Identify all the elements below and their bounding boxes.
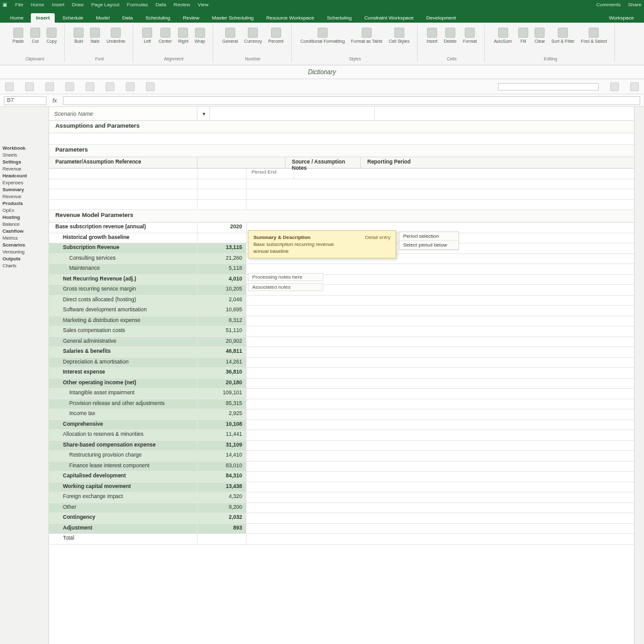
table-row[interactable]: Marketing & distribution expense8,312 [49, 316, 644, 327]
nav-item[interactable]: Hosting [0, 214, 48, 221]
table-row[interactable]: Software development amortisation10,695 [49, 306, 644, 316]
ribbon-tab[interactable]: Model [91, 13, 115, 23]
ribbon-button[interactable]: Left [141, 26, 153, 45]
table-row[interactable]: Contingency2,032 [49, 513, 644, 524]
nav-item[interactable]: Charts [0, 262, 48, 269]
worksheet[interactable]: Scenario Name ▾ Assumptions and Paramete… [49, 107, 644, 644]
nav-item[interactable]: Scenarios [0, 242, 48, 248]
ribbon-tab[interactable]: Scheduling [140, 13, 175, 23]
table-row[interactable]: Direct costs allocated (hosting)2,046 [49, 296, 644, 306]
table-row[interactable]: Other8,200 [49, 503, 644, 514]
ribbon-button[interactable]: Center [157, 26, 173, 45]
ribbon-button[interactable]: Cell Styles [387, 26, 411, 45]
title-right[interactable]: Comments [596, 2, 621, 8]
ribbon-tab[interactable]: Resource Workspace [261, 13, 319, 23]
table-row[interactable]: Share-based compensation expense31,109 [49, 441, 644, 452]
table-row[interactable]: Gross recurring service margin10,205 [49, 285, 644, 296]
table-row[interactable]: Income tax2,925 [49, 409, 644, 420]
ribbon-button[interactable]: Right [177, 26, 189, 45]
table-row[interactable]: Capitalised development84,310 [49, 472, 644, 482]
aux-cell[interactable]: Processing notes here [248, 273, 323, 281]
scenario-name-input[interactable]: Scenario Name [49, 107, 197, 120]
ribbon-button[interactable]: Cut [29, 26, 42, 45]
ribbon-tab[interactable]: Workspace [604, 13, 639, 23]
dropdown-icon[interactable]: ▾ [197, 107, 210, 120]
ribbon-tab[interactable]: Master Scheduling [207, 13, 258, 23]
nav-item[interactable]: Revenue [0, 165, 48, 172]
table-row[interactable]: Intangible asset impairment109,101 [49, 389, 644, 399]
ribbon-button[interactable]: Sort & Filter [550, 26, 576, 45]
toolbar-icon[interactable] [25, 82, 34, 91]
ribbon-button[interactable]: Format [462, 26, 478, 45]
nav-item[interactable]: Outputs [0, 255, 48, 262]
ribbon-button[interactable]: AutoSum [492, 26, 513, 45]
title-menu[interactable]: Review [174, 2, 190, 8]
search-input[interactable] [498, 83, 599, 91]
nav-item[interactable]: Metrics [0, 235, 48, 242]
table-row[interactable]: Provision release and other adjustments8… [49, 399, 644, 410]
ribbon-tab[interactable]: Review [178, 13, 204, 23]
nav-item[interactable]: Versioning [0, 248, 48, 255]
ribbon-button[interactable]: General [221, 26, 239, 45]
title-menu[interactable]: Draw [72, 2, 84, 8]
aux-cell[interactable]: Associated notes [248, 283, 323, 291]
ribbon-button[interactable]: Percent [267, 26, 285, 45]
title-menu[interactable]: Insert [52, 2, 64, 8]
nav-item[interactable]: Balance [0, 221, 48, 228]
nav-item[interactable]: Expenses [0, 179, 48, 186]
ribbon-button[interactable]: Fill [517, 26, 530, 45]
toolbar-icon[interactable] [65, 82, 74, 91]
toolbar-icon[interactable] [126, 82, 135, 91]
toolbar-icon[interactable] [106, 82, 114, 91]
table-row[interactable]: Comprehensive10,108 [49, 420, 644, 431]
fx-icon[interactable]: fx [50, 97, 59, 104]
nav-item[interactable]: Workbook [0, 145, 48, 152]
ribbon-button[interactable]: Wrap [194, 26, 207, 45]
table-row[interactable]: General administrative20,902 [49, 337, 644, 348]
nav-item[interactable]: Cashflow [0, 228, 48, 235]
table-row[interactable]: Foreign exchange impact4,320 [49, 492, 644, 503]
title-menu[interactable]: Home [31, 2, 44, 8]
table-row[interactable]: Salaries & benefits46,811 [49, 347, 644, 358]
nav-item[interactable]: Headcount [0, 172, 48, 179]
ribbon-tab[interactable]: Constraint Workspace [359, 13, 419, 23]
ribbon-tab[interactable]: Scheduling [322, 13, 357, 23]
toolbar-icon[interactable] [45, 82, 54, 91]
ribbon-button[interactable]: Insert [425, 26, 439, 45]
table-row[interactable]: Net Recurring Revenue (adj.)4,010 [49, 275, 644, 286]
ribbon-button[interactable]: Underline [105, 26, 126, 45]
ribbon-button[interactable]: Delete [443, 26, 458, 45]
title-right[interactable]: Share [628, 2, 641, 8]
formula-input[interactable] [63, 96, 640, 105]
ribbon-button[interactable]: Currency [243, 26, 263, 45]
ribbon-button[interactable]: Bold [72, 26, 85, 45]
title-menu[interactable]: Formulas [127, 2, 148, 8]
ribbon-tab[interactable]: Development [421, 13, 461, 23]
table-row[interactable]: Adjustment893 [49, 524, 644, 535]
nav-item[interactable]: Summary [0, 186, 48, 193]
toolbar-icon[interactable] [5, 82, 14, 91]
ribbon-button[interactable]: Format as Table [350, 26, 384, 45]
ribbon-tab-active[interactable]: Insert [31, 13, 55, 23]
ribbon-tab[interactable]: Home [5, 13, 28, 23]
title-menu[interactable]: File [15, 2, 23, 8]
table-row[interactable]: Finance lease interest component83,010 [49, 462, 644, 472]
table-row[interactable]: Depreciation & amortisation14,261 [49, 358, 644, 369]
nav-item[interactable]: Settings [0, 158, 48, 165]
vertical-scrollbar[interactable] [634, 107, 644, 644]
table-row[interactable]: Total [49, 534, 644, 545]
toolbar-icon[interactable] [86, 82, 94, 91]
ribbon-button[interactable]: Italic [89, 26, 101, 45]
ribbon-button[interactable]: Find & Select [580, 26, 609, 45]
ribbon-tab[interactable]: Schedule [57, 13, 88, 23]
nav-item[interactable]: OpEx [0, 207, 48, 214]
table-row[interactable]: Working capital movement13,438 [49, 482, 644, 493]
table-row[interactable]: Interest expense36,810 [49, 368, 644, 379]
nav-item[interactable]: Sheets [0, 152, 48, 158]
title-menu[interactable]: Data [155, 2, 166, 8]
table-row[interactable]: Restructuring provision charge14,410 [49, 451, 644, 462]
nav-item[interactable]: Products [0, 200, 48, 207]
ribbon-button[interactable]: Clear [533, 26, 547, 45]
toolbar-icon[interactable] [610, 82, 619, 91]
table-row[interactable]: Sales compensation costs51,110 [49, 326, 644, 337]
